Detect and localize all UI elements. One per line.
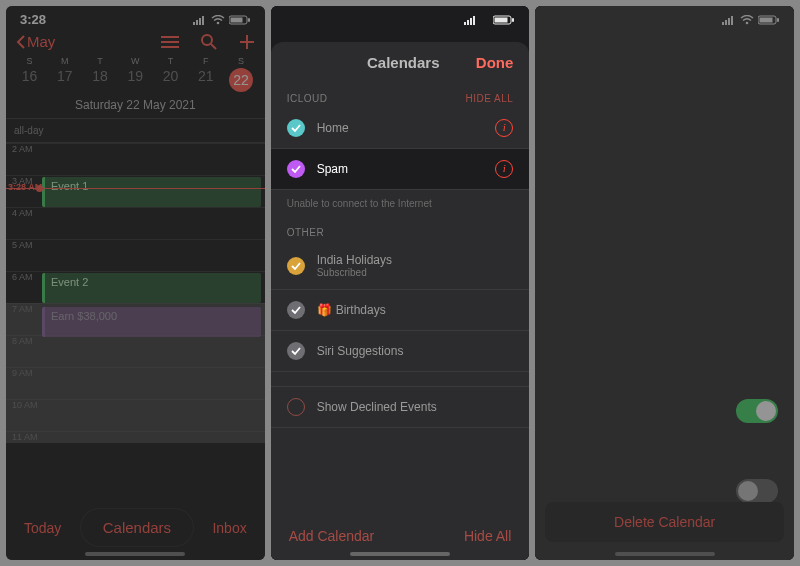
section-header-other: OTHER xyxy=(271,217,530,242)
gift-icon: 🎁 xyxy=(317,303,332,317)
add-calendar-button[interactable]: Add Calendar xyxy=(289,528,375,544)
screen-edit-calendar: 3:46 Cancel Edit Calendar Done COLOUR Re… xyxy=(535,6,794,560)
calendars-button[interactable]: Calendars xyxy=(81,509,193,546)
svg-rect-1 xyxy=(196,20,198,25)
svg-rect-15 xyxy=(464,22,466,25)
done-button[interactable]: Done xyxy=(476,54,514,71)
full-date-label: Saturday 22 May 2021 xyxy=(6,98,265,119)
calendar-row-home[interactable]: Home i xyxy=(271,108,530,149)
signal-icon xyxy=(193,15,207,25)
show-declined-row[interactable]: Show Declined Events xyxy=(271,386,530,428)
svg-rect-7 xyxy=(248,18,250,22)
svg-rect-16 xyxy=(467,20,469,25)
all-day-label: all-day xyxy=(6,119,265,143)
svg-rect-18 xyxy=(473,16,475,25)
back-button[interactable]: May xyxy=(16,33,55,50)
add-icon[interactable] xyxy=(239,34,255,50)
hour-grid[interactable]: 2 AM 3 AM 4 AM 5 AM 6 AM 7 AM 8 AM 9 AM … xyxy=(6,143,265,443)
calendar-row-india[interactable]: India HolidaysSubscribed xyxy=(271,242,530,290)
date-cell[interactable]: 18 xyxy=(82,68,117,92)
hide-all-button[interactable]: HIDE ALL xyxy=(465,93,513,104)
hide-all-button[interactable]: Hide All xyxy=(464,528,511,544)
hour-row: 2 AM xyxy=(6,143,265,175)
calendar-row-siri[interactable]: Siri Suggestions xyxy=(271,331,530,372)
today-button[interactable]: Today xyxy=(24,520,61,536)
date-cell[interactable]: 16 xyxy=(12,68,47,92)
screen-calendars-list: 1:50 E Calendars Done ICLOUD HIDE ALL xyxy=(271,6,530,560)
checkmark-icon xyxy=(287,342,305,360)
svg-rect-25 xyxy=(731,16,733,25)
signal-icon xyxy=(464,15,478,25)
sheet-bottom-toolbar: Add Calendar Hide All xyxy=(271,528,530,544)
list-view-icon[interactable] xyxy=(161,35,179,49)
svg-line-12 xyxy=(211,44,216,49)
inbox-button[interactable]: Inbox xyxy=(212,520,246,536)
hour-row: 4 AM xyxy=(6,207,265,239)
svg-rect-2 xyxy=(199,18,201,25)
calendar-row-spam[interactable]: Spam i xyxy=(271,149,530,190)
sheet-header: Calendars Done xyxy=(271,42,530,83)
svg-rect-29 xyxy=(777,18,779,22)
toggle-on[interactable] xyxy=(736,399,778,423)
status-time: 3:28 xyxy=(20,12,46,27)
status-bar: 3:28 xyxy=(6,6,265,29)
weekday-header: SMTWTFS xyxy=(6,52,265,66)
wifi-icon xyxy=(740,15,754,25)
hollow-circle-icon xyxy=(287,398,305,416)
battery-icon xyxy=(229,15,251,25)
search-icon[interactable] xyxy=(201,34,217,50)
checkmark-icon xyxy=(287,257,305,275)
sheet-title: Calendars xyxy=(331,54,476,71)
event-block[interactable]: Event 2 xyxy=(42,273,261,303)
svg-rect-17 xyxy=(470,18,472,25)
checkmark-icon xyxy=(287,301,305,319)
screen-day-view: 3:28 May SMTWTFS 16 xyxy=(6,6,265,560)
date-cell[interactable]: 20 xyxy=(153,68,188,92)
calendar-row-birthdays[interactable]: 🎁Birthdays xyxy=(271,290,530,331)
svg-point-11 xyxy=(202,35,212,45)
checkmark-icon xyxy=(287,160,305,178)
svg-rect-23 xyxy=(725,20,727,25)
info-icon[interactable]: i xyxy=(495,160,513,178)
nav-bar: May xyxy=(6,29,265,52)
dimmed-overlay xyxy=(6,303,265,443)
now-indicator-line xyxy=(6,188,265,189)
hour-row: 5 AM xyxy=(6,239,265,271)
offline-hint: Unable to connect to the Internet xyxy=(271,190,530,217)
bottom-toolbar: Today Calendars Inbox xyxy=(6,509,265,546)
home-indicator[interactable] xyxy=(350,552,450,556)
svg-rect-28 xyxy=(760,17,773,22)
dates-row[interactable]: 16 17 18 19 20 21 22 xyxy=(6,66,265,98)
battery-icon xyxy=(758,15,780,25)
svg-rect-20 xyxy=(495,17,508,22)
chevron-left-icon xyxy=(16,35,25,49)
date-cell-today[interactable]: 22 xyxy=(223,68,258,92)
info-icon[interactable]: i xyxy=(495,119,513,137)
svg-rect-3 xyxy=(202,16,204,25)
date-cell[interactable]: 21 xyxy=(188,68,223,92)
signal-icon xyxy=(722,15,736,25)
wifi-icon xyxy=(211,15,225,25)
toggle-off[interactable] xyxy=(736,479,778,503)
svg-rect-24 xyxy=(728,18,730,25)
checkmark-icon xyxy=(287,119,305,137)
svg-rect-21 xyxy=(512,18,514,22)
svg-point-26 xyxy=(746,21,749,24)
svg-rect-22 xyxy=(722,22,724,25)
svg-rect-0 xyxy=(193,22,195,25)
date-cell[interactable]: 19 xyxy=(118,68,153,92)
battery-icon xyxy=(493,15,515,25)
home-indicator[interactable] xyxy=(85,552,185,556)
svg-point-4 xyxy=(216,21,219,24)
home-indicator[interactable] xyxy=(615,552,715,556)
calendars-sheet: Calendars Done ICLOUD HIDE ALL Home i Sp… xyxy=(271,42,530,560)
svg-rect-6 xyxy=(230,17,242,22)
date-cell[interactable]: 17 xyxy=(47,68,82,92)
delete-calendar-button[interactable]: Delete Calendar xyxy=(545,502,784,542)
event-block[interactable]: Event 1 xyxy=(42,177,261,207)
section-header-icloud: ICLOUD HIDE ALL xyxy=(271,83,530,108)
